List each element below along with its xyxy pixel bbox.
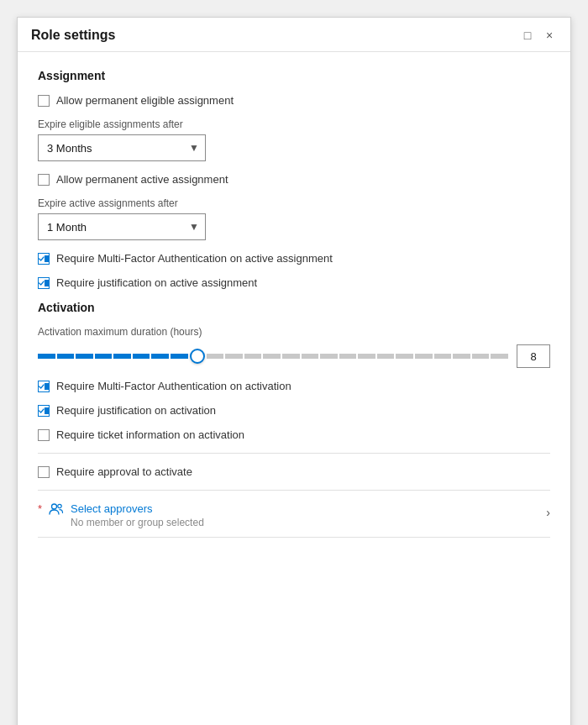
expire-active-group: Expire active assignments after 1 Month …	[38, 197, 550, 240]
close-button[interactable]: ×	[542, 28, 557, 43]
slider-seg-14	[302, 354, 319, 359]
slider-seg-23	[472, 354, 490, 359]
require-justification-active-row: Require justification on active assignme…	[38, 276, 550, 289]
settings-content: Assignment Allow permanent eligible assi…	[18, 52, 570, 725]
require-approval-checkbox[interactable]	[38, 466, 50, 478]
approvers-section: * Select approvers No member or group se…	[38, 490, 550, 538]
slider-seg-9	[207, 354, 224, 359]
approvers-text: Select approvers No member or group sele…	[71, 502, 204, 528]
slider-seg-10	[225, 354, 243, 359]
approvers-people-icon	[49, 503, 64, 518]
expire-active-select-wrapper: 1 Month 3 Months 6 Months 1 Year Never ▼	[38, 213, 206, 240]
activation-section: Activation Activation maximum duration (…	[38, 301, 550, 478]
slider-seg-12	[263, 354, 281, 359]
slider-seg-18	[377, 354, 395, 359]
svg-point-0	[52, 504, 57, 509]
require-mfa-activation-checkmark-icon	[39, 382, 45, 391]
slider-seg-15	[320, 354, 338, 359]
slider-seg-24	[491, 354, 508, 359]
approvers-left: * Select approvers No member or group se…	[38, 502, 204, 528]
require-mfa-activation-checkbox[interactable]	[38, 381, 50, 392]
permanent-eligible-checkbox[interactable]	[38, 95, 50, 107]
require-ticket-checkbox[interactable]	[38, 429, 50, 441]
require-mfa-active-row: Require Multi-Factor Authentication on a…	[38, 252, 550, 265]
permanent-active-label[interactable]: Allow permanent active assignment	[56, 173, 228, 186]
require-ticket-row: Require ticket information on activation	[38, 428, 550, 441]
slider-seg-20	[415, 354, 433, 359]
slider-seg-1	[38, 354, 55, 359]
approvers-row[interactable]: * Select approvers No member or group se…	[38, 499, 550, 532]
slider-seg-6	[133, 354, 150, 359]
slider-value-display: 8	[517, 344, 550, 368]
slider-seg-19	[396, 354, 413, 359]
require-mfa-active-label[interactable]: Require Multi-Factor Authentication on a…	[56, 252, 333, 265]
assignment-section: Assignment Allow permanent eligible assi…	[38, 69, 550, 289]
permanent-eligible-row: Allow permanent eligible assignment	[38, 94, 550, 107]
slider-seg-7	[151, 354, 169, 359]
slider-thumb[interactable]	[190, 349, 205, 364]
expire-eligible-label: Expire eligible assignments after	[38, 118, 550, 130]
require-ticket-label[interactable]: Require ticket information on activation	[56, 428, 244, 441]
require-justification-activation-checkbox[interactable]	[38, 405, 50, 417]
slider-seg-2	[57, 354, 75, 359]
slider-seg-16	[339, 354, 357, 359]
slider-seg-8	[171, 354, 188, 359]
activation-section-title: Activation	[38, 301, 550, 314]
title-bar: Role settings □ ×	[18, 18, 570, 52]
required-star: *	[38, 502, 42, 515]
require-justification-active-checkmark-icon	[39, 279, 45, 287]
role-settings-window: Role settings □ × Assignment Allow perma…	[17, 17, 571, 725]
require-mfa-activation-row: Require Multi-Factor Authentication on a…	[38, 380, 550, 392]
slider-seg-17	[358, 354, 375, 359]
divider-1	[38, 453, 550, 454]
permanent-active-checkbox[interactable]	[38, 174, 50, 186]
approvers-subtitle: No member or group selected	[71, 517, 204, 528]
slider-seg-4	[95, 354, 113, 359]
assignment-section-title: Assignment	[38, 69, 550, 82]
slider-seg-11	[244, 354, 262, 359]
require-mfa-activation-label[interactable]: Require Multi-Factor Authentication on a…	[56, 380, 291, 392]
require-justification-active-label[interactable]: Require justification on active assignme…	[56, 276, 257, 289]
slider-seg-22	[453, 354, 470, 359]
require-justification-activation-label[interactable]: Require justification on activation	[56, 404, 216, 417]
permanent-active-row: Allow permanent active assignment	[38, 173, 550, 186]
approvers-title: Select approvers	[71, 502, 204, 515]
title-bar-controls: □ ×	[520, 28, 557, 43]
require-approval-label[interactable]: Require approval to activate	[56, 465, 192, 478]
duration-slider-track[interactable]	[38, 348, 508, 365]
duration-label: Activation maximum duration (hours)	[38, 326, 550, 338]
duration-slider-row: 8	[38, 344, 550, 368]
minimize-button[interactable]: □	[520, 28, 535, 43]
require-justification-activation-row: Require justification on activation	[38, 404, 550, 417]
expire-eligible-select[interactable]: 3 Months 1 Month 6 Months 1 Year Never	[38, 134, 206, 161]
require-justification-active-checkbox[interactable]	[38, 277, 50, 289]
window-title: Role settings	[31, 28, 115, 43]
approvers-bottom-divider	[38, 537, 550, 538]
slider-seg-13	[282, 354, 300, 359]
expire-active-select[interactable]: 1 Month 3 Months 6 Months 1 Year Never	[38, 213, 206, 240]
expire-eligible-group: Expire eligible assignments after 3 Mont…	[38, 118, 550, 161]
expire-eligible-select-wrapper: 3 Months 1 Month 6 Months 1 Year Never ▼	[38, 134, 206, 161]
require-approval-row: Require approval to activate	[38, 465, 550, 478]
approvers-chevron-icon: ›	[546, 506, 550, 519]
permanent-eligible-label[interactable]: Allow permanent eligible assignment	[56, 94, 234, 107]
require-mfa-active-checkbox[interactable]	[38, 253, 50, 265]
svg-point-1	[58, 504, 61, 507]
require-mfa-active-checkmark-icon	[39, 255, 45, 263]
slider-seg-21	[434, 354, 452, 359]
expire-active-label: Expire active assignments after	[38, 197, 550, 209]
require-justification-activation-checkmark-icon	[39, 407, 45, 415]
slider-seg-5	[113, 354, 131, 359]
slider-seg-3	[76, 354, 93, 359]
